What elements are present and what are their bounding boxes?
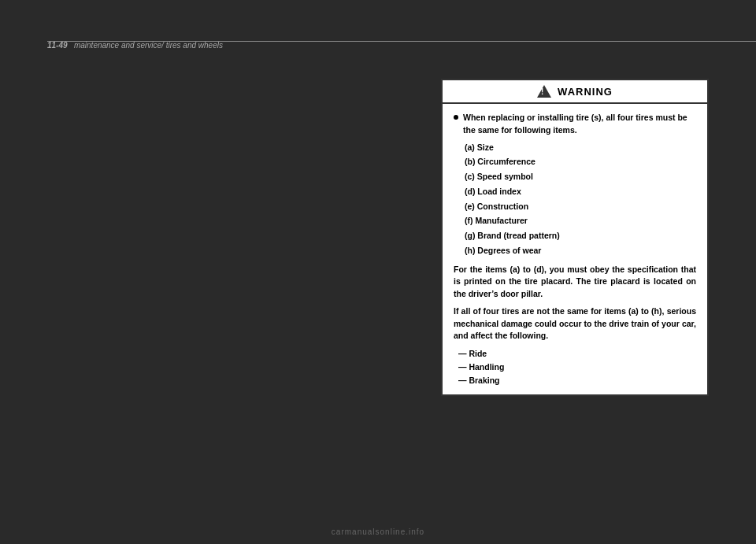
paragraph-2: If all of four tires are not the same fo…: [454, 305, 696, 342]
page-container: 11-49 maintenance and service/ tires and…: [0, 0, 756, 544]
warning-title: WARNING: [558, 86, 613, 98]
warning-box: WARNING When replacing or installing tir…: [441, 79, 709, 396]
page-number: 11-49 maintenance and service/ tires and…: [47, 41, 223, 50]
list-item-d: (d) Load index: [465, 186, 696, 198]
list-item-a: (a) Size: [465, 142, 696, 154]
warning-header: WARNING: [443, 80, 707, 104]
watermark: carmanualsonline.info: [0, 527, 756, 536]
paragraph-1: For the items (a) to (d), you must obey …: [454, 264, 696, 301]
section-title: maintenance and service/ tires and wheel…: [74, 41, 223, 50]
effect-braking: — Braking: [458, 374, 696, 387]
watermark-text: carmanualsonline.info: [332, 527, 424, 536]
list-item-h: (h) Degrees of wear: [465, 245, 696, 257]
list-item-e: (e) Construction: [465, 201, 696, 213]
list-item-g: (g) Brand (tread pattern): [465, 230, 696, 242]
effect-ride: — Ride: [458, 347, 696, 361]
effect-handling: — Handling: [458, 361, 696, 374]
list-item-b: (b) Circumference: [465, 156, 696, 168]
warning-triangle-icon: [537, 85, 551, 98]
bullet-dot: [454, 115, 458, 120]
list-item-f: (f) Manufacturer: [465, 215, 696, 228]
page-number-text: 11-49: [47, 41, 68, 50]
bullet-intro-text: When replacing or installing tire (s), a…: [463, 112, 696, 137]
warning-content: When replacing or installing tire (s), a…: [443, 104, 707, 394]
list-item-c: (c) Speed symbol: [465, 171, 696, 183]
warning-bullet-intro: When replacing or installing tire (s), a…: [454, 112, 696, 137]
